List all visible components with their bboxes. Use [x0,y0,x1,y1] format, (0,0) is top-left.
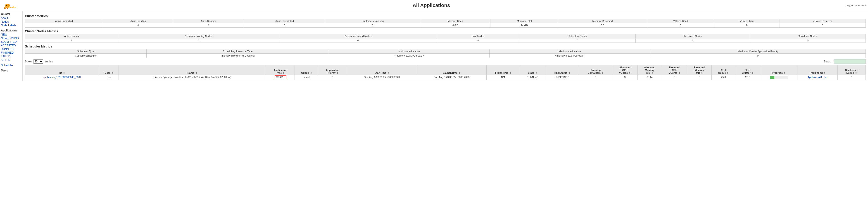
table-cell: 6144 [638,75,662,80]
sidebar-item-running[interactable]: RUNNING [1,47,22,51]
sidebar-item-about[interactable]: About [1,16,22,20]
col-id: ID ⇕ [25,65,99,75]
cluster-metrics-value: 1 [25,23,103,28]
cluster-metrics-table: Apps SubmittedApps PendingApps RunningAp… [25,19,866,28]
logged-in-label: Logged in as: root [846,4,866,7]
cluster-metrics-header: VCores Used [647,19,714,23]
sidebar: Cluster About Nodes Node Labels Applicat… [0,11,23,81]
scheduler-header: Scheduler Type [25,49,147,54]
entries-select[interactable]: 20 50 100 [33,60,43,64]
table-cell: 0 [687,75,712,80]
sidebar-item-node-labels[interactable]: Node Labels [1,24,22,27]
applications-table: ID ⇕ User ⇕ Name ⇕ ApplicationType ⇕ Que… [25,65,866,80]
table-cell: application_1691336060048_0001 [25,75,99,80]
page-title: All Applications [17,2,846,8]
cluster-metrics-value: 0 B [558,23,647,28]
table-cell: ApplicationMaster [798,75,838,80]
cluster-metrics-header: Apps Completed [244,19,325,23]
svg-rect-5 [5,8,6,9]
sidebar-item-submitted[interactable]: SUBMITTED [1,40,22,44]
tracking-ui-link[interactable]: ApplicationMaster [808,76,827,78]
table-cell: 3 [579,75,612,80]
app-id-link[interactable]: application_1691336060048_0001 [43,76,81,78]
table-cell: 3 [612,75,638,80]
scheduler-header: Maximum Cluster Application Priority [650,49,866,54]
cluster-nodes-value: 0 [750,38,866,43]
show-label: Show [25,60,32,63]
cluster-nodes-header: Shutdown Nodes [750,34,866,38]
cluster-nodes-header: Decommissioning Nodes [118,34,279,38]
cluster-metrics-value: 1 [173,23,244,28]
col-pct-queue: % ofQueue ⇕ [712,65,735,75]
col-reserved-cpu: ReservedCPUVCores ⇕ [662,65,687,75]
cluster-metrics-value: 24 GB [491,23,558,28]
cluster-nodes-value: 0 [437,38,519,43]
header: hadoop All Applications Logged in as: ro… [0,0,868,11]
col-progress: Progress ⇕ [760,65,797,75]
entries-label: entries [45,60,53,63]
sidebar-item-nodes[interactable]: Nodes [1,20,22,24]
cluster-metrics-value: 3 [325,23,420,28]
sidebar-item-new[interactable]: NEW [1,33,22,36]
cluster-nodes-value: 0 [279,38,437,43]
col-state: State ⇕ [520,65,545,75]
hadoop-logo-icon: hadoop [2,1,16,10]
col-queue: Queue ⇕ [295,65,318,75]
table-cell: 25.0 [712,75,735,80]
cluster-nodes-header: Unhealthy Nodes [519,34,636,38]
main-content: Cluster Metrics Apps SubmittedApps Pendi… [23,11,868,81]
cluster-nodes-header: Lost Nodes [437,34,519,38]
table-cell: 0 [318,75,347,80]
table-controls: Show 20 50 100 entries Search: [25,59,866,64]
col-reserved-memory: ReservedMemoryMB ⇕ [687,65,712,75]
sidebar-item-killed[interactable]: KILLED [1,58,22,62]
table-cell: Hive on Spark (sessionId = c6b12ad9-695d… [119,75,266,80]
scheduler-value: Capacity Scheduler [25,54,147,58]
cluster-metrics-value: 0 [103,23,173,28]
scheduler-header: Scheduling Resource Type [147,49,329,54]
cluster-nodes-header: Active Nodes [25,34,118,38]
cluster-metrics-value: 3 [647,23,714,28]
cluster-metrics-header: Memory Used [420,19,490,23]
col-finish-time: FinishTime ⇕ [487,65,520,75]
cluster-metrics-header: Memory Total [491,19,558,23]
cluster-metrics-value: 0 [779,23,866,28]
scheduler-header: Maximum Allocation [490,49,650,54]
scheduler-value: <memory:8192, vCores:4> [490,54,650,58]
cluster-metrics-title: Cluster Metrics [25,14,866,18]
col-user: User ⇕ [99,65,119,75]
scheduler-value: [memory-mb (unit=Mi), vcores] [147,54,329,58]
cluster-nodes-header: Decommissioned Nodes [279,34,437,38]
search-input[interactable] [834,59,866,64]
table-cell [760,75,797,80]
table-cell: 0 [662,75,687,80]
scheduler-value: 0 [650,54,866,58]
cluster-metrics-value: 6 GB [420,23,490,28]
cluster-nodes-value: 0 [636,38,750,43]
table-cell: Sun Aug 6 23:36:05 +0800 2023 [417,75,486,80]
svg-point-3 [6,5,7,6]
sidebar-item-new-saving[interactable]: NEW_SAVING [1,36,22,40]
cluster-nodes-header: Rebooted Nodes [636,34,750,38]
cluster-nodes-metrics-title: Cluster Nodes Metrics [25,29,866,33]
scheduler-value: <memory:1024, vCores:1> [329,54,489,58]
sidebar-item-failed[interactable]: FAILED [1,55,22,58]
sidebar-item-finished[interactable]: FINISHED [1,51,22,55]
col-start-time: StartTime ⇕ [347,65,417,75]
show-entries-left: Show 20 50 100 entries [25,60,53,64]
col-pct-cluster: % ofCluster ⇕ [735,65,760,75]
sidebar-item-accepted[interactable]: ACCEPTED [1,44,22,47]
col-blacklisted-nodes: BlacklistedNodes ⇕ [838,65,866,75]
table-cell: UNDEFINED [545,75,579,80]
table-cell: RUNNING [520,75,545,80]
search-label: Search: [824,60,833,63]
sidebar-item-scheduler[interactable]: Scheduler [1,64,22,67]
svg-rect-6 [7,8,8,9]
tools-section-label: Tools [1,69,22,72]
logo: hadoop [2,1,17,10]
col-app-type: ApplicationType ⇕ [266,65,295,75]
applications-section-label: Applications [1,29,22,32]
cluster-metrics-header: Apps Submitted [25,19,103,23]
scheduler-metrics-table: Scheduler TypeScheduling Resource TypeMi… [25,49,866,58]
cluster-nodes-metrics-table: Active NodesDecommissioning NodesDecommi… [25,34,866,43]
